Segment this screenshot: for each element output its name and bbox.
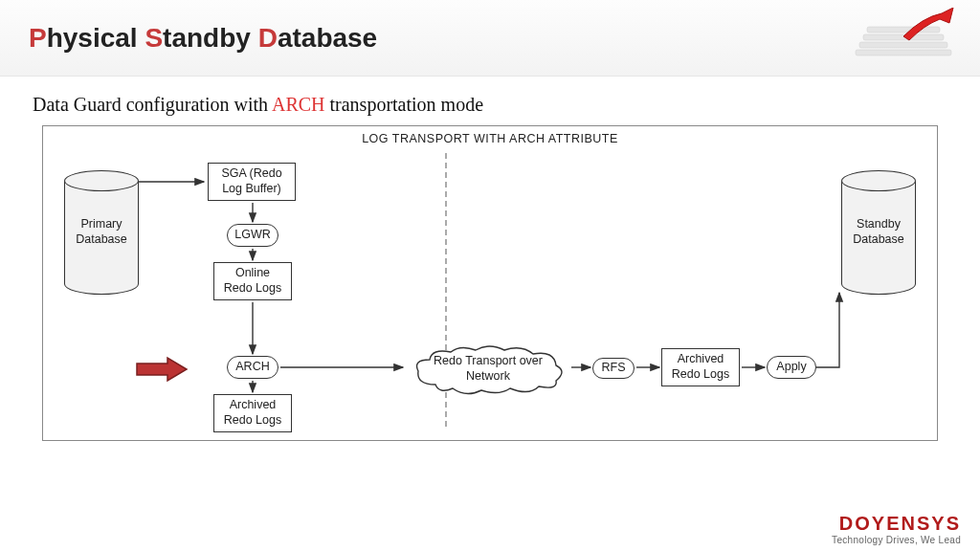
primary-database-cylinder: Primary Database xyxy=(64,170,139,295)
network-cloud: Redo Transport over Network xyxy=(407,342,569,396)
svg-rect-2 xyxy=(863,34,944,40)
subtitle-accent: ARCH xyxy=(272,94,325,115)
title-accent-s: S xyxy=(145,23,163,53)
title-accent-p: P xyxy=(29,23,47,53)
diagram-title: LOG TRANSPORT WITH ARCH ATTRIBUTE xyxy=(43,126,937,149)
lgwr-node: LGWR xyxy=(227,224,278,247)
diagram-container: LOG TRANSPORT WITH ARCH ATTRIBUTE Primar… xyxy=(42,125,938,441)
slide-header: Physical Standby Database xyxy=(0,0,980,77)
header-logo-arrow-stack-icon xyxy=(846,8,961,65)
svg-rect-0 xyxy=(856,50,951,55)
sga-box: SGA (Redo Log Buffer) xyxy=(208,163,296,201)
online-redo-logs-box: Online Redo Logs xyxy=(213,262,292,300)
footer: DOYENSYS Technology Drives, We Lead xyxy=(832,513,961,545)
archived-redo-logs-primary-box: Archived Redo Logs xyxy=(213,394,292,432)
page-title: Physical Standby Database xyxy=(29,23,377,54)
footer-brand: DOYENSYS xyxy=(832,513,961,535)
rfs-node: RFS xyxy=(592,358,635,379)
svg-rect-1 xyxy=(859,42,947,48)
svg-rect-3 xyxy=(867,27,940,33)
archived-redo-logs-standby-box: Archived Redo Logs xyxy=(661,348,740,386)
primary-database-label: Primary Database xyxy=(76,217,127,247)
arch-node: ARCH xyxy=(227,356,278,379)
standby-database-label: Standby Database xyxy=(853,217,904,247)
footer-tagline: Technology Drives, We Lead xyxy=(832,535,961,545)
emphasis-arrow-icon xyxy=(135,356,189,383)
apply-node: Apply xyxy=(767,356,816,379)
subtitle: Data Guard configuration with ARCH trans… xyxy=(0,77,980,125)
standby-database-cylinder: Standby Database xyxy=(841,170,916,295)
title-accent-d: D xyxy=(258,23,278,53)
network-cloud-label: Redo Transport over Network xyxy=(407,342,569,396)
